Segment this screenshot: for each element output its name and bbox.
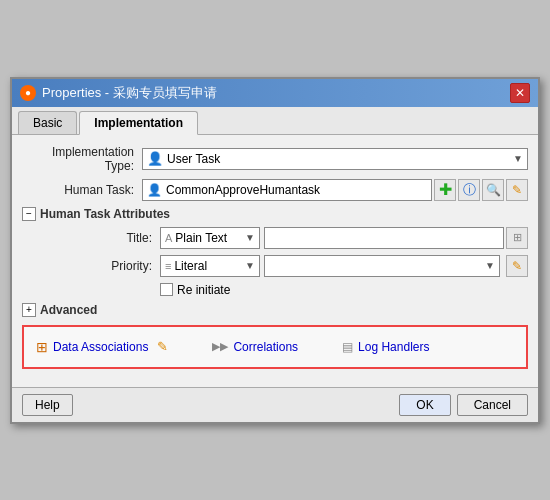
human-task-label: Human Task: [22, 183, 142, 197]
priority-edit-button[interactable]: ✎ [506, 255, 528, 277]
data-assoc-icon: ⊞ [36, 339, 48, 355]
human-task-attrs-section: − Human Task Attributes [22, 207, 528, 221]
advanced-title: Advanced [40, 303, 97, 317]
log-handlers-item[interactable]: ▤ Log Handlers [342, 340, 429, 354]
title-type-select[interactable]: A Plain Text ▼ [160, 227, 260, 249]
close-button[interactable]: ✕ [510, 83, 530, 103]
impl-type-row: Implementation Type: 👤 User Task ▼ [22, 145, 528, 173]
edit-task-button[interactable]: ✎ [506, 179, 528, 201]
human-task-row: Human Task: 👤 CommonApproveHumantask ✚ ⓘ… [22, 179, 528, 201]
advanced-section: + Advanced [22, 303, 528, 317]
priority-type-select[interactable]: ≡ Literal ▼ [160, 255, 260, 277]
content-area: Implementation Type: 👤 User Task ▼ Human… [12, 135, 538, 387]
priority-type-arrow: ▼ [245, 260, 255, 271]
window-title: Properties - 采购专员填写申请 [42, 84, 217, 102]
add-task-button[interactable]: ✚ [434, 179, 456, 201]
human-task-value: CommonApproveHumantask [166, 183, 320, 197]
bottom-bar: Help OK Cancel [12, 387, 538, 422]
panel-items-container: ⊞ Data Associations ✎ ▶▶ Correlations ▤ … [36, 335, 429, 359]
literal-icon: ≡ [165, 260, 171, 272]
data-associations-label: Data Associations [53, 340, 148, 354]
attrs-content: Title: A Plain Text ▼ ⊞ Priority: ≡ [22, 227, 528, 297]
human-task-input[interactable]: 👤 CommonApproveHumantask [142, 179, 432, 201]
info-button[interactable]: ⓘ [458, 179, 480, 201]
log-handlers-label: Log Handlers [358, 340, 429, 354]
action-buttons: OK Cancel [399, 394, 528, 416]
impl-type-arrow: ▼ [513, 153, 523, 164]
priority-value-select[interactable]: ▼ [264, 255, 500, 277]
cancel-button[interactable]: Cancel [457, 394, 528, 416]
correlations-item[interactable]: ▶▶ Correlations [212, 340, 298, 354]
tabs-bar: Basic Implementation [12, 107, 538, 135]
human-task-icon: 👤 [147, 183, 162, 197]
priority-type-value: Literal [174, 259, 207, 273]
title-edit-button[interactable]: ⊞ [506, 227, 528, 249]
properties-window: ● Properties - 采购专员填写申请 ✕ Basic Implemen… [10, 77, 540, 424]
title-type-arrow: ▼ [245, 232, 255, 243]
associations-panel: ⊞ Data Associations ✎ ▶▶ Correlations ▤ … [22, 325, 528, 369]
data-associations-item[interactable]: ⊞ Data Associations ✎ [36, 339, 168, 355]
impl-type-label: Implementation Type: [22, 145, 142, 173]
reinitiate-row: Re initiate [40, 283, 528, 297]
impl-type-value: User Task [167, 152, 220, 166]
advanced-section-header: + Advanced [22, 303, 528, 317]
correlations-icon: ▶▶ [212, 340, 228, 353]
text-icon: A [165, 232, 172, 244]
data-assoc-edit-icon[interactable]: ✎ [157, 339, 168, 354]
title-input[interactable] [264, 227, 504, 249]
title-row: Title: A Plain Text ▼ ⊞ [40, 227, 528, 249]
priority-label: Priority: [40, 259, 160, 273]
ok-button[interactable]: OK [399, 394, 450, 416]
title-bar-left: ● Properties - 采购专员填写申请 [20, 84, 217, 102]
priority-row: Priority: ≡ Literal ▼ ▼ ✎ [40, 255, 528, 277]
help-button[interactable]: Help [22, 394, 73, 416]
log-handlers-icon: ▤ [342, 340, 353, 354]
impl-type-select[interactable]: 👤 User Task ▼ [142, 148, 528, 170]
attrs-toggle[interactable]: − [22, 207, 36, 221]
attrs-title: Human Task Attributes [40, 207, 170, 221]
title-type-value: Plain Text [175, 231, 227, 245]
search-button[interactable]: 🔍 [482, 179, 504, 201]
tab-basic[interactable]: Basic [18, 111, 77, 134]
advanced-toggle[interactable]: + [22, 303, 36, 317]
correlations-label: Correlations [233, 340, 298, 354]
priority-value-arrow: ▼ [485, 260, 495, 271]
title-field-label: Title: [40, 231, 160, 245]
app-icon: ● [20, 85, 36, 101]
user-task-icon: 👤 [147, 151, 163, 166]
title-bar: ● Properties - 采购专员填写申请 ✕ [12, 79, 538, 107]
reinitiate-checkbox[interactable] [160, 283, 173, 296]
reinitiate-label: Re initiate [177, 283, 230, 297]
tab-implementation[interactable]: Implementation [79, 111, 198, 135]
